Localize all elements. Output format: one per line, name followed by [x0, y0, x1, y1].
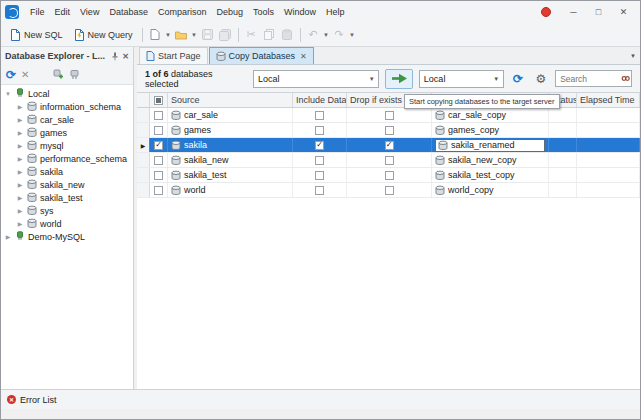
menu-file[interactable]: File — [25, 5, 50, 19]
column-header-source[interactable]: Source — [168, 93, 293, 107]
tree-item-sakila_new[interactable]: ▶sakila_new — [1, 178, 133, 191]
tree-item-sakila_test[interactable]: ▶sakila_test — [1, 191, 133, 204]
chevron-right-icon[interactable]: ▶ — [16, 168, 24, 175]
close-panel-icon[interactable]: ✕ — [122, 52, 129, 61]
drop-if-exists-checkbox[interactable]: ✓ — [385, 141, 394, 150]
redo-icon[interactable]: ↷ — [331, 26, 348, 43]
tree-item-car_sale[interactable]: ▶car_sale — [1, 113, 133, 126]
tree-item-sakila[interactable]: ▶sakila — [1, 165, 133, 178]
maximize-button[interactable]: □ — [586, 3, 611, 21]
refresh-icon[interactable]: ⟳ — [510, 70, 527, 87]
drop-if-exists-checkbox[interactable] — [385, 186, 394, 195]
close-tab-icon[interactable]: ✕ — [300, 52, 307, 61]
cut-icon[interactable]: ✂ — [243, 26, 260, 43]
row-checkbox[interactable] — [154, 111, 163, 120]
minimize-button[interactable]: ─ — [561, 3, 586, 21]
chevron-right-icon[interactable]: ▶ — [16, 207, 24, 214]
chevron-down-icon[interactable]: ▼ — [4, 91, 12, 97]
target-cell[interactable]: car_sale_copy — [432, 108, 549, 122]
menu-database[interactable]: Database — [104, 5, 153, 19]
target-cell[interactable]: world_copy — [432, 183, 549, 197]
menu-tools[interactable]: Tools — [248, 5, 279, 19]
chevron-right-icon[interactable]: ▶ — [16, 103, 24, 110]
tree-item-demo-mysql[interactable]: ▶Demo-MySQL — [1, 230, 133, 243]
table-row-world[interactable]: worldworld_copy — [137, 183, 640, 198]
close-button[interactable]: ✕ — [611, 3, 636, 21]
redo-dropdown-icon[interactable]: ▼ — [349, 32, 356, 38]
target-name-editor[interactable]: sakila_renamed — [435, 139, 545, 152]
tree-item-games[interactable]: ▶games — [1, 126, 133, 139]
tree-item-performance_schema[interactable]: ▶performance_schema — [1, 152, 133, 165]
include-data-checkbox[interactable] — [315, 111, 324, 120]
menu-window[interactable]: Window — [279, 5, 321, 19]
table-row-sakila[interactable]: ▶✓sakila✓✓sakila_renamed — [137, 138, 640, 153]
new-connection-icon[interactable] — [53, 69, 64, 80]
open-folder-icon[interactable] — [173, 26, 190, 43]
row-checkbox[interactable] — [154, 186, 163, 195]
open-dropdown-icon[interactable]: ▼ — [191, 32, 198, 38]
chevron-right-icon[interactable]: ▶ — [16, 194, 24, 201]
include-data-checkbox[interactable] — [315, 126, 324, 135]
column-header-select-all[interactable] — [150, 93, 168, 107]
drop-if-exists-checkbox[interactable] — [385, 126, 394, 135]
search-icon[interactable] — [621, 74, 630, 85]
undo-dropdown-icon[interactable]: ▼ — [323, 32, 330, 38]
drop-if-exists-checkbox[interactable] — [385, 111, 394, 120]
row-checkbox[interactable] — [154, 171, 163, 180]
save-all-icon[interactable] — [217, 26, 234, 43]
source-server-combobox[interactable]: Local ▼ — [253, 70, 379, 88]
chevron-right-icon[interactable]: ▶ — [16, 181, 24, 188]
paste-icon[interactable] — [279, 26, 296, 43]
new-file-icon[interactable] — [147, 26, 164, 43]
tree-item-information_schema[interactable]: ▶information_schema — [1, 100, 133, 113]
pin-icon[interactable] — [111, 52, 119, 61]
target-cell[interactable]: games_copy — [432, 123, 549, 137]
menu-debug[interactable]: Debug — [211, 5, 248, 19]
save-icon[interactable] — [199, 26, 216, 43]
column-header-elapsed-time[interactable]: Elapsed Time — [577, 93, 640, 107]
menu-help[interactable]: Help — [321, 5, 350, 19]
tab-start-page[interactable]: Start Page — [139, 47, 208, 64]
target-cell[interactable]: sakila_renamed — [432, 138, 549, 152]
new-sql-button[interactable]: New SQL — [5, 27, 68, 43]
drop-if-exists-checkbox[interactable] — [385, 171, 394, 180]
connection-icon[interactable] — [69, 69, 80, 80]
row-checkbox[interactable] — [154, 126, 163, 135]
include-data-checkbox[interactable] — [315, 156, 324, 165]
select-all-checkbox[interactable] — [154, 96, 163, 105]
tree-item-world[interactable]: ▶world — [1, 217, 133, 230]
chevron-right-icon[interactable]: ▶ — [16, 129, 24, 136]
chevron-right-icon[interactable]: ▶ — [4, 233, 12, 240]
row-checkbox[interactable]: ✓ — [154, 141, 163, 150]
column-header-include-data[interactable]: Include Data — [293, 93, 347, 107]
gear-icon[interactable]: ⚙ — [532, 70, 549, 87]
tab-copy-databases[interactable]: Copy Databases✕ — [209, 47, 314, 64]
include-data-checkbox[interactable] — [315, 186, 324, 195]
include-data-checkbox[interactable] — [315, 171, 324, 180]
chevron-right-icon[interactable]: ▶ — [16, 220, 24, 227]
drop-if-exists-checkbox[interactable] — [385, 156, 394, 165]
table-row-games[interactable]: gamesgames_copy — [137, 123, 640, 138]
new-query-button[interactable]: New Query — [69, 27, 138, 43]
refresh-icon[interactable]: ⟳ — [6, 69, 16, 81]
table-row-sakila_new[interactable]: sakila_newsakila_new_copy — [137, 153, 640, 168]
target-cell[interactable]: sakila_new_copy — [432, 153, 549, 167]
menu-view[interactable]: View — [75, 5, 104, 19]
disconnect-icon[interactable]: ✕ — [21, 70, 29, 80]
tree-item-sys[interactable]: ▶sys — [1, 204, 133, 217]
table-row-car_sale[interactable]: car_salecar_sale_copy — [137, 108, 640, 123]
new-file-dropdown-icon[interactable]: ▼ — [165, 32, 172, 38]
error-list-bar[interactable]: ✕ Error List — [1, 389, 640, 409]
chevron-right-icon[interactable]: ▶ — [16, 116, 24, 123]
menu-comparison[interactable]: Comparison — [153, 5, 212, 19]
undo-icon[interactable]: ↶ — [305, 26, 322, 43]
target-server-combobox[interactable]: Local ▼ — [419, 70, 504, 88]
tree-item-mysql[interactable]: ▶mysql — [1, 139, 133, 152]
menu-edit[interactable]: Edit — [50, 5, 76, 19]
start-copy-button[interactable] — [385, 69, 413, 89]
table-row-sakila_test[interactable]: sakila_testsakila_test_copy — [137, 168, 640, 183]
include-data-checkbox[interactable]: ✓ — [315, 141, 324, 150]
tab-list-dropdown-icon[interactable]: ▼ — [626, 53, 640, 59]
tree-item-local[interactable]: ▼Local — [1, 87, 133, 100]
copy-icon[interactable] — [261, 26, 278, 43]
